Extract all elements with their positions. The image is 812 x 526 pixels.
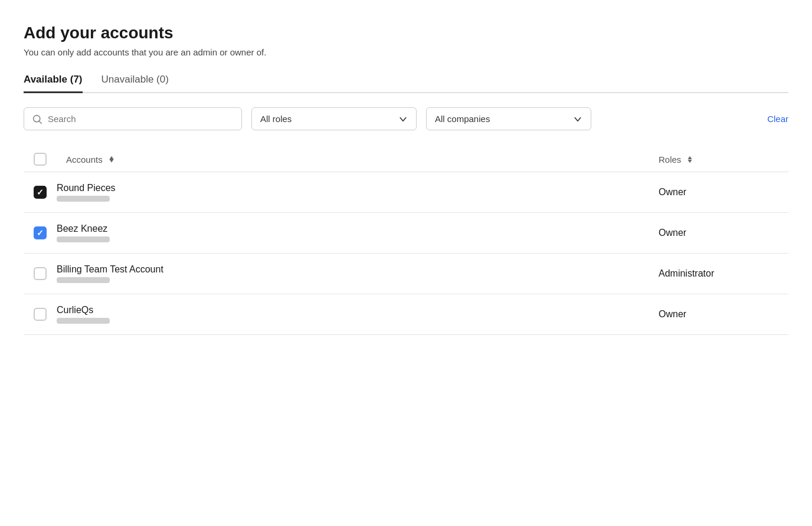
account-id-placeholder: [57, 277, 110, 283]
accounts-table: Accounts Roles ✓Round PiecesOwner✓Beez K…: [24, 147, 788, 335]
header-checkbox-cell: [24, 153, 57, 166]
select-all-checkbox[interactable]: [34, 153, 47, 166]
account-name: CurlieQs: [57, 305, 659, 315]
svg-marker-5: [688, 156, 692, 159]
table-row: ✓Round PiecesOwner: [24, 172, 788, 213]
table-row: ✓Beez KneezOwner: [24, 213, 788, 254]
roles-dropdown-label: All roles: [260, 114, 292, 124]
col-accounts-header: Accounts: [57, 154, 659, 165]
account-id-placeholder: [57, 236, 110, 242]
companies-dropdown[interactable]: All companies: [426, 107, 591, 130]
roles-sort-icon[interactable]: [686, 155, 694, 163]
svg-marker-6: [688, 160, 692, 163]
chevron-down-icon-2: [573, 114, 582, 124]
account-info: CurlieQs: [57, 305, 659, 324]
role-cell: Owner: [659, 187, 788, 198]
checkbox-cell: [24, 308, 57, 321]
table-header: Accounts Roles: [24, 147, 788, 172]
table-row: Billing Team Test AccountAdministrator: [24, 254, 788, 294]
accounts-list: ✓Round PiecesOwner✓Beez KneezOwnerBillin…: [24, 172, 788, 335]
filters-bar: All roles All companies Clear: [24, 107, 788, 130]
svg-marker-2: [109, 156, 113, 159]
checkbox-cell: ✓: [24, 186, 57, 199]
search-icon: [32, 114, 42, 124]
role-cell: Owner: [659, 228, 788, 238]
account-info: Billing Team Test Account: [57, 264, 659, 283]
roles-dropdown[interactable]: All roles: [251, 107, 417, 130]
col-accounts-label: Accounts: [66, 154, 103, 165]
clear-button[interactable]: Clear: [767, 114, 788, 124]
account-id-placeholder: [57, 318, 110, 324]
table-row: CurlieQsOwner: [24, 294, 788, 335]
checkbox-cell: [24, 267, 57, 280]
checkbox-cell: ✓: [24, 226, 57, 239]
account-info: Round Pieces: [57, 183, 659, 202]
search-wrapper: [24, 107, 242, 130]
role-cell: Administrator: [659, 268, 788, 279]
checkbox-billing-team[interactable]: [34, 267, 47, 280]
col-roles-header: Roles: [659, 154, 788, 165]
search-input[interactable]: [48, 114, 233, 124]
page-title: Add your accounts: [24, 24, 788, 42]
accounts-sort-icon[interactable]: [107, 155, 116, 163]
tabs-bar: Available (7) Unavailable (0): [24, 74, 788, 93]
tab-unavailable[interactable]: Unavailable (0): [102, 74, 169, 93]
tab-available[interactable]: Available (7): [24, 74, 83, 93]
account-name: Billing Team Test Account: [57, 264, 659, 275]
companies-dropdown-label: All companies: [435, 114, 490, 124]
account-info: Beez Kneez: [57, 223, 659, 242]
checkbox-curlieqs[interactable]: [34, 308, 47, 321]
svg-line-1: [39, 121, 41, 123]
role-cell: Owner: [659, 309, 788, 320]
page-subtitle: You can only add accounts that you are a…: [24, 47, 788, 57]
svg-marker-4: [109, 159, 113, 162]
checkbox-round-pieces[interactable]: ✓: [34, 186, 47, 199]
account-name: Round Pieces: [57, 183, 659, 193]
account-name: Beez Kneez: [57, 223, 659, 234]
chevron-down-icon: [398, 114, 408, 124]
checkbox-beez-kneez[interactable]: ✓: [34, 226, 47, 239]
col-roles-label: Roles: [659, 154, 681, 165]
account-id-placeholder: [57, 196, 110, 202]
